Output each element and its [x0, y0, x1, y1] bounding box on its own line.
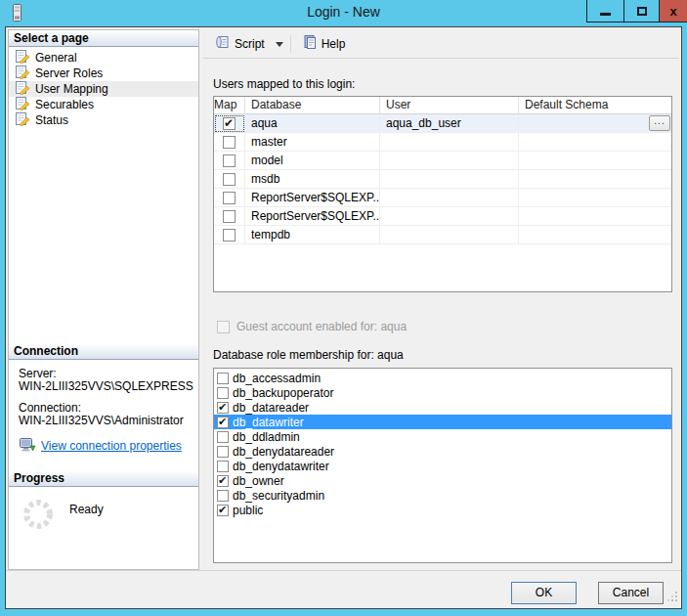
map-cell[interactable] [214, 207, 245, 226]
map-cell[interactable] [214, 133, 245, 152]
user-cell[interactable] [380, 170, 519, 189]
role-list-item[interactable]: db_backupoperator [214, 385, 671, 400]
user-mapping-page: Users mapped to this login: Map Database… [203, 59, 679, 570]
help-button[interactable]: Help [298, 32, 350, 55]
role-list-item[interactable]: db_datareader [214, 400, 671, 415]
role-checkbox[interactable] [217, 387, 229, 399]
close-button[interactable]: x [659, 0, 687, 22]
role-checkbox[interactable] [217, 505, 229, 516]
sidebar-page-item[interactable]: General [9, 50, 198, 66]
map-checkbox[interactable] [223, 173, 236, 186]
script-dropdown-arrow[interactable] [276, 42, 283, 47]
user-cell[interactable] [380, 189, 519, 207]
role-name: db_ddladmin [233, 430, 300, 444]
map-checkbox[interactable] [223, 192, 236, 204]
user-cell[interactable]: aqua_db_user [380, 114, 519, 133]
button-bar: OK Cancel [6, 570, 681, 608]
role-checkbox[interactable] [217, 373, 229, 384]
role-list-item[interactable]: db_denydatawriter [214, 459, 671, 473]
map-cell[interactable] [214, 170, 245, 189]
role-list-item[interactable]: db_ddladmin [214, 429, 671, 444]
map-checkbox[interactable] [223, 210, 236, 223]
progress-header: Progress [9, 470, 198, 487]
map-cell[interactable] [214, 152, 245, 170]
user-cell[interactable] [380, 207, 519, 226]
help-label: Help [322, 37, 346, 51]
user-cell[interactable] [380, 133, 519, 152]
default-schema-cell[interactable]: ... [519, 170, 672, 189]
role-list-item[interactable]: db_securityadmin [214, 488, 671, 503]
map-checkbox[interactable] [223, 136, 236, 149]
toolbar-separator [290, 35, 291, 53]
page-list[interactable]: General Server Roles [9, 47, 198, 343]
column-header-database: Database [245, 97, 380, 114]
map-cell[interactable] [214, 114, 245, 133]
map-cell[interactable] [214, 189, 245, 207]
table-row[interactable]: ReportServer$SQLEXP... ... [214, 189, 671, 207]
maximize-button[interactable] [623, 0, 660, 22]
map-checkbox[interactable] [223, 117, 236, 130]
sidebar-page-item[interactable]: Server Roles [9, 66, 198, 81]
default-schema-cell[interactable]: ... [519, 189, 672, 207]
database-cell[interactable]: master [245, 133, 380, 152]
role-list-item[interactable]: db_accessadmin [214, 371, 671, 385]
server-value: WIN-2LIII325VVS\SQLEXPRESS [19, 380, 193, 393]
page-panel: Script Help Users mapped to this lo [203, 29, 679, 570]
database-cell[interactable]: ReportServer$SQLEXP... [245, 189, 380, 207]
role-list-item[interactable]: db_owner [214, 473, 671, 488]
view-connection-properties-link[interactable]: View connection properties [41, 440, 182, 453]
role-name: db_denydatawriter [233, 460, 329, 473]
default-schema-cell[interactable]: ... [519, 207, 672, 226]
map-checkbox[interactable] [223, 229, 236, 242]
role-checkbox[interactable] [217, 475, 229, 487]
map-cell[interactable] [214, 226, 245, 244]
page-icon [15, 111, 30, 129]
minimize-button[interactable] [586, 0, 624, 22]
default-schema-cell[interactable]: ... [519, 226, 672, 244]
table-row[interactable]: msdb ... [214, 170, 671, 189]
role-checkbox[interactable] [217, 461, 229, 472]
database-cell[interactable]: aqua [245, 114, 380, 133]
sidebar-page-item[interactable]: User Mapping [9, 81, 198, 97]
role-checkbox[interactable] [217, 402, 229, 414]
database-cell[interactable]: msdb [245, 170, 380, 189]
role-checkbox[interactable] [217, 431, 229, 443]
user-cell[interactable] [380, 226, 519, 244]
role-checkbox[interactable] [217, 417, 229, 428]
role-list-item[interactable]: db_denydatareader [214, 444, 671, 459]
browse-button[interactable]: ... [649, 115, 670, 131]
titlebar[interactable]: Login - New x [0, 0, 687, 26]
role-list-item[interactable]: db_datawriter [214, 415, 671, 429]
toolbar: Script Help [203, 29, 679, 59]
table-row[interactable]: ReportServer$SQLEXP... ... [214, 207, 671, 226]
table-row[interactable]: master ... [214, 133, 671, 152]
users-mapped-table[interactable]: Map Database User Default Schema aqua aq… [213, 96, 672, 292]
role-checkbox[interactable] [217, 446, 229, 458]
help-document-icon [302, 34, 318, 53]
sidebar-page-item[interactable]: Status [9, 112, 198, 128]
database-cell[interactable]: tempdb [245, 226, 380, 244]
default-schema-cell[interactable]: ... [519, 133, 672, 152]
script-button[interactable]: Script [211, 32, 269, 55]
default-schema-cell[interactable]: ... [519, 114, 672, 133]
minimize-icon [600, 13, 611, 16]
table-body: aqua aqua_db_user ... mas [214, 114, 671, 244]
default-schema-cell[interactable]: ... [519, 152, 672, 170]
table-row[interactable]: tempdb ... [214, 226, 671, 244]
table-row[interactable]: model ... [214, 152, 671, 170]
guest-account-row: Guest account enabled for: aqua [217, 320, 407, 333]
role-checkbox[interactable] [217, 490, 229, 502]
resize-grip-icon[interactable] [667, 592, 678, 605]
database-cell[interactable]: ReportServer$SQLEXP... [245, 207, 380, 226]
table-row[interactable]: aqua aqua_db_user ... [214, 114, 671, 133]
progress-spinner-icon [21, 497, 56, 535]
role-membership-list[interactable]: db_accessadmin db_backupoperator db_data… [213, 368, 672, 563]
user-cell[interactable] [380, 152, 519, 170]
role-list-item[interactable]: public [214, 503, 671, 517]
ok-button[interactable]: OK [511, 582, 577, 604]
sidebar-page-item[interactable]: Securables [9, 97, 198, 112]
role-name: db_backupoperator [233, 386, 333, 400]
database-cell[interactable]: model [245, 152, 380, 170]
cancel-button[interactable]: Cancel [598, 582, 664, 604]
map-checkbox[interactable] [223, 154, 236, 167]
